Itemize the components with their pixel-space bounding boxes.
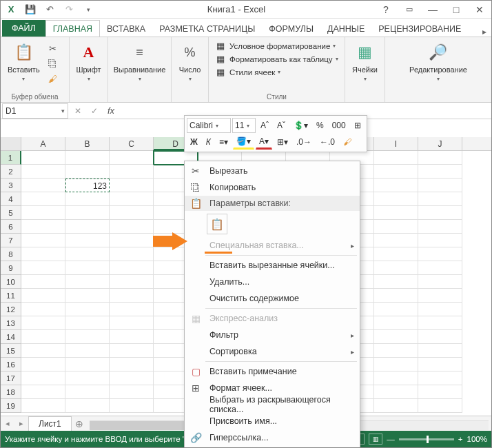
cell-I3[interactable]: [374, 179, 418, 192]
excel-icon[interactable]: X: [3, 3, 19, 17]
zoom-out-icon[interactable]: —: [387, 435, 395, 443]
ctx-insert-cut[interactable]: Вставить вырезанные ячейки...: [185, 257, 360, 274]
align-dropdown[interactable]: ≡ Выравнивание ▾: [111, 40, 169, 92]
undo-icon[interactable]: ↶: [42, 3, 57, 17]
row-header-13[interactable]: 13: [1, 316, 21, 330]
row-header-10[interactable]: 10: [1, 275, 21, 289]
row-header-17[interactable]: 17: [1, 371, 21, 385]
cell-A14[interactable]: [21, 330, 65, 344]
ctx-format-cells[interactable]: ⊞Формат ячеек...: [185, 380, 360, 396]
sheet-next-icon[interactable]: ▸: [14, 419, 28, 428]
cell-I9[interactable]: [374, 261, 418, 275]
cell-I11[interactable]: [374, 289, 418, 303]
format-painter2-icon[interactable]: 🖌: [340, 134, 355, 150]
tab-data[interactable]: ДАННЫЕ: [320, 21, 371, 37]
cell-J5[interactable]: [418, 206, 462, 220]
cell-B2[interactable]: [65, 165, 110, 179]
ctx-pick-from-list[interactable]: Выбрать из раскрывающегося списка...: [185, 396, 360, 413]
cell-B18[interactable]: [65, 385, 110, 399]
cell-I5[interactable]: [374, 206, 418, 220]
cell-I19[interactable]: [374, 399, 418, 413]
thousands-button[interactable]: 000: [329, 118, 349, 133]
cell-B3[interactable]: 123: [65, 179, 110, 192]
format-table-button[interactable]: ▦Форматировать как таблицу▾: [213, 53, 340, 65]
zoom-in-icon[interactable]: +: [458, 435, 463, 443]
cell-I7[interactable]: [374, 234, 418, 247]
row-header-19[interactable]: 19: [1, 399, 21, 413]
cell-C11[interactable]: [110, 289, 154, 303]
cell-B1[interactable]: [65, 151, 110, 165]
cell-C8[interactable]: [110, 247, 154, 261]
cell-J12[interactable]: [418, 303, 462, 316]
cell-B7[interactable]: [65, 234, 110, 247]
cell-C4[interactable]: [110, 192, 154, 206]
cell-C13[interactable]: [110, 316, 154, 330]
fill-color-icon[interactable]: 🪣▾: [233, 134, 254, 150]
cell-C1[interactable]: [110, 151, 154, 165]
number-dropdown[interactable]: % Число ▾: [176, 40, 204, 92]
currency-icon[interactable]: 💲▾: [290, 118, 311, 133]
cell-I15[interactable]: [374, 344, 418, 358]
cell-I18[interactable]: [374, 385, 418, 399]
cell-C17[interactable]: [110, 371, 154, 385]
tab-scroll-right-icon[interactable]: ▸: [478, 27, 491, 37]
cell-A6[interactable]: [21, 220, 65, 234]
row-header-15[interactable]: 15: [1, 344, 21, 358]
maximize-icon[interactable]: □: [447, 3, 465, 17]
cell-C9[interactable]: [110, 261, 154, 275]
cell-A13[interactable]: [21, 316, 65, 330]
cell-I4[interactable]: [374, 192, 418, 206]
borders2-icon[interactable]: ⊞▾: [274, 134, 291, 150]
cell-A10[interactable]: [21, 275, 65, 289]
ctx-insert-comment[interactable]: ▢Вставить примечание: [185, 363, 360, 380]
row-header-4[interactable]: 4: [1, 192, 21, 206]
cell-C18[interactable]: [110, 385, 154, 399]
select-all[interactable]: [1, 137, 21, 150]
cell-J4[interactable]: [418, 192, 462, 206]
cell-J9[interactable]: [418, 261, 462, 275]
cell-I12[interactable]: [374, 303, 418, 316]
cell-J19[interactable]: [418, 399, 462, 413]
minimize-icon[interactable]: —: [424, 3, 442, 17]
cell-A16[interactable]: [21, 358, 65, 371]
cell-A9[interactable]: [21, 261, 65, 275]
cell-B15[interactable]: [65, 344, 110, 358]
cell-B5[interactable]: [65, 206, 110, 220]
cell-C3[interactable]: [110, 179, 154, 192]
cell-A2[interactable]: [21, 165, 65, 179]
row-header-8[interactable]: 8: [1, 247, 21, 261]
tab-file[interactable]: ФАЙЛ: [2, 20, 45, 37]
col-header-B[interactable]: B: [65, 137, 110, 150]
ribbon-opts-icon[interactable]: ▭: [400, 3, 418, 17]
redo-icon[interactable]: ↷: [61, 3, 76, 17]
cell-C16[interactable]: [110, 358, 154, 371]
cell-A19[interactable]: [21, 399, 65, 413]
cell-J7[interactable]: [418, 234, 462, 247]
col-header-A[interactable]: A: [21, 137, 65, 150]
cell-C19[interactable]: [110, 399, 154, 413]
cell-A17[interactable]: [21, 371, 65, 385]
font-color-icon[interactable]: A▾: [256, 134, 272, 150]
shrink-font-icon[interactable]: Aˇ: [274, 118, 289, 133]
zoom-slider[interactable]: [399, 438, 454, 440]
row-header-11[interactable]: 11: [1, 289, 21, 303]
cell-J2[interactable]: [418, 165, 462, 179]
inc-decimal-icon[interactable]: .0→: [293, 134, 315, 150]
cell-A1[interactable]: [21, 151, 65, 165]
ctx-sort[interactable]: Сортировка▸: [185, 343, 360, 360]
tab-home[interactable]: ГЛАВНАЯ: [45, 20, 100, 37]
tab-review[interactable]: РЕЦЕНЗИРОВАНИЕ: [371, 21, 468, 37]
cell-B17[interactable]: [65, 371, 110, 385]
cell-J10[interactable]: [418, 275, 462, 289]
cell-A7[interactable]: [21, 234, 65, 247]
ctx-clear[interactable]: Очистить содержимое: [185, 290, 360, 307]
cell-C7[interactable]: [110, 234, 154, 247]
add-sheet-icon[interactable]: ⊕: [72, 418, 87, 429]
cond-format-button[interactable]: ▦Условное форматирование▾: [213, 40, 340, 52]
cell-B12[interactable]: [65, 303, 110, 316]
view-break-icon[interactable]: ▥: [369, 434, 382, 445]
cell-A8[interactable]: [21, 247, 65, 261]
tab-formulas[interactable]: ФОРМУЛЫ: [262, 21, 320, 37]
cell-B8[interactable]: [65, 247, 110, 261]
cell-I6[interactable]: [374, 220, 418, 234]
